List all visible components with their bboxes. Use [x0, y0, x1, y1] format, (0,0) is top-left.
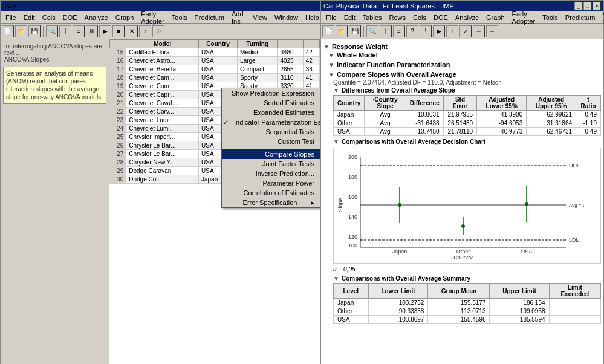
tool-2[interactable]: ≡	[73, 25, 85, 37]
svg-text:Slope: Slope	[337, 198, 343, 212]
diff-upper: 62.99621	[527, 111, 576, 119]
menu-earlyadopter[interactable]: Early Adopter	[137, 9, 168, 26]
menu2-analyze[interactable]: Analyze	[452, 13, 482, 22]
tool-7[interactable]: ⊙	[152, 25, 164, 37]
toggle-whole-model[interactable]: ▼	[328, 52, 334, 59]
row-size: Medium	[238, 48, 278, 57]
content-area-1: for interrogating ANCOVA slopes are revi…	[1, 39, 320, 364]
menu-addins[interactable]: Add-Ins	[228, 9, 249, 26]
tool2-12[interactable]: →	[486, 25, 498, 37]
sum-upper: 199.0958	[490, 307, 549, 316]
col-std-error: Std Error	[443, 96, 476, 111]
menu-joint-factor[interactable]: Joint Factor Tests	[222, 159, 320, 169]
toggle-compare[interactable]: ▼	[328, 71, 334, 78]
second-app-window: Car Physical Data - Fit Least Squares - …	[320, 0, 604, 364]
tool-search[interactable]: 🔍	[46, 25, 58, 37]
maximize-button[interactable]: □	[583, 2, 592, 10]
row-num: 28	[110, 158, 126, 167]
sum-mean: 155.5177	[428, 299, 490, 307]
tool2-8[interactable]: ▶	[433, 25, 445, 37]
tool2-7[interactable]: !	[420, 25, 432, 37]
sum-level: USA	[334, 316, 369, 324]
row-model: Chevrolet Cam...	[126, 82, 199, 91]
menu-analyze[interactable]: Analyze	[81, 13, 112, 22]
menu-file[interactable]: File	[2, 13, 20, 22]
menu2-cols[interactable]: Cols	[409, 13, 430, 22]
menu2-tools[interactable]: Tools	[539, 13, 562, 22]
menu-show-prediction[interactable]: Show Prediction Expression	[222, 88, 320, 98]
row-num: 16	[110, 57, 126, 65]
minimize-button[interactable]: _	[574, 2, 583, 10]
menu-graph[interactable]: Graph	[112, 13, 138, 22]
menu2-edit[interactable]: Edit	[340, 13, 359, 22]
menu2-doe[interactable]: DOE	[430, 13, 452, 22]
col-size[interactable]: Turning	[238, 40, 278, 48]
toggle-summary[interactable]: ▼	[333, 275, 339, 282]
menu-corr-estimates[interactable]: Correlation of Estimates	[222, 188, 320, 198]
indicator-header: ▼ Indicator Function Parameterization	[328, 61, 601, 68]
toggle-response[interactable]: ▼	[323, 44, 330, 50]
diff-t: 0.49	[576, 128, 601, 136]
menu2-addins[interactable]: Add-Ins	[599, 9, 604, 26]
tool2-10[interactable]: ↗	[459, 25, 472, 37]
menu-inverse-pred[interactable]: Inverse Prediction...	[222, 169, 320, 178]
menu2-predictum[interactable]: Predictum	[562, 13, 599, 22]
menu-indicator-param[interactable]: ✓Indicator Parameterization Estimates	[222, 117, 320, 127]
tool-new[interactable]: 📄	[2, 25, 14, 37]
tool-4[interactable]: ▶	[99, 25, 111, 37]
tool-save[interactable]: 💾	[28, 25, 41, 37]
toggle-chart[interactable]: ▼	[333, 138, 339, 145]
menu2-early[interactable]: Early Adopter	[508, 9, 539, 26]
menu-window[interactable]: Window	[271, 13, 302, 22]
main-content: Model Country Turning 15 Cadillac Eldora…	[109, 39, 320, 364]
menu-tools[interactable]: Tools	[168, 13, 191, 22]
tool2-search[interactable]: 🔍	[366, 25, 378, 37]
tool2-2[interactable]: 📂	[336, 25, 348, 37]
menu-param-power[interactable]: Parameter Power	[222, 178, 320, 188]
row-num: 15	[110, 48, 126, 57]
menu-sequential-tests[interactable]: Sequential Tests	[222, 127, 320, 137]
menu2-rows[interactable]: Rows	[386, 13, 410, 22]
col-model[interactable]: Model	[126, 40, 199, 48]
svg-text:Japan: Japan	[392, 249, 408, 255]
menu-compare-slopes[interactable]: Compare Slopes	[222, 149, 320, 159]
menu-edit[interactable]: Edit	[20, 13, 39, 22]
menu2-file[interactable]: File	[322, 13, 340, 22]
col-val[interactable]	[278, 40, 303, 48]
context-menu-1[interactable]: Show Prediction Expression Sorted Estima…	[221, 88, 320, 208]
table-row: 15 Cadillac Eldora... USA Medium 3480 42	[110, 48, 320, 57]
tool-1[interactable]: |	[59, 25, 71, 37]
menu-help[interactable]: Help	[302, 13, 323, 22]
menu-sorted-estimates[interactable]: Sorted Estimates	[222, 98, 320, 108]
col-country[interactable]: Country	[199, 40, 238, 48]
menu-doe[interactable]: DOE	[59, 13, 81, 22]
menu-cols[interactable]: Cols	[39, 13, 59, 22]
menu2-graph[interactable]: Graph	[482, 13, 508, 22]
response-weight-title: Response Weight	[332, 43, 388, 50]
menu-error-spec[interactable]: Error Specification▶	[222, 198, 320, 207]
tool2-11[interactable]: ←	[473, 25, 485, 37]
menu-view[interactable]: View	[249, 13, 271, 22]
toggle-indicator[interactable]: ▼	[328, 62, 334, 68]
row-num: 19	[110, 82, 126, 91]
menu-expanded-estimates[interactable]: Expanded Estimates	[222, 108, 320, 117]
col-v2[interactable]	[303, 40, 319, 48]
menu-custom-test[interactable]: Custom Test	[222, 137, 320, 146]
tool2-5[interactable]: ≡	[393, 25, 405, 37]
tool-arrow[interactable]: ↕	[139, 25, 151, 37]
tool-6[interactable]: ✕	[126, 25, 138, 37]
tool2-1[interactable]: 📄	[322, 25, 334, 37]
tool-open[interactable]: 📂	[15, 25, 27, 37]
tool2-9[interactable]: +	[446, 25, 458, 37]
row-model: Dodge Colt	[126, 175, 199, 184]
tool2-6[interactable]: ?	[406, 25, 418, 37]
menu-predictum[interactable]: Predictum	[191, 13, 229, 22]
tool-3[interactable]: ⊞	[86, 25, 98, 37]
tool2-3[interactable]: 💾	[349, 25, 361, 37]
tool2-4[interactable]: |	[380, 25, 392, 37]
toolbar-2: 📄 📂 💾 🔍 | ≡ ? ! ▶ + ↗ ← →	[321, 24, 603, 39]
toggle-differences[interactable]: ▼	[333, 87, 339, 94]
menu2-tables[interactable]: Tables	[359, 13, 386, 22]
tool-5[interactable]: ■	[112, 25, 125, 37]
row-model: Chevrolet Beretta	[126, 65, 199, 74]
